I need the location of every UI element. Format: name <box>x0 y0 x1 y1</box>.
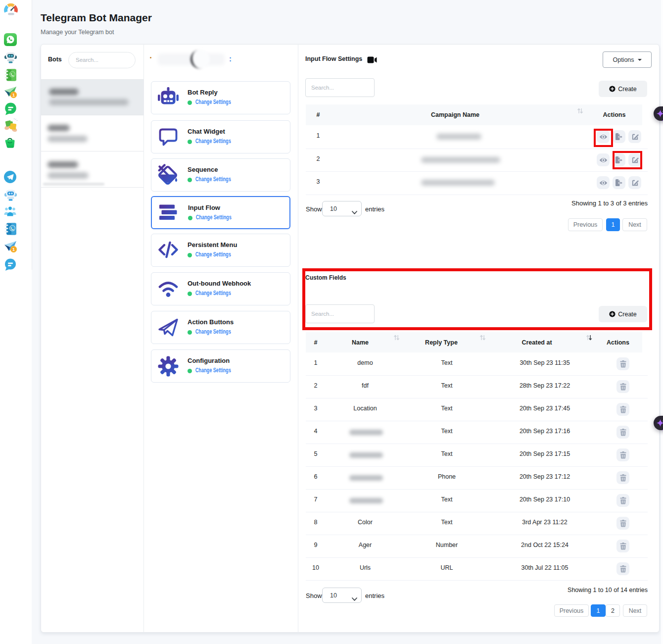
svg-text:1: 1 <box>12 247 15 252</box>
svg-text:1: 1 <box>12 93 15 98</box>
